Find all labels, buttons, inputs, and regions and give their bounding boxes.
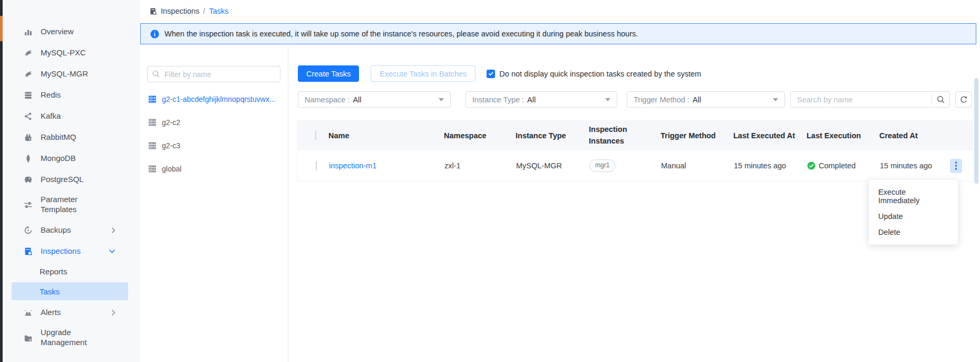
- instance-type-select[interactable]: Instance Type : All: [465, 91, 617, 108]
- trigger-method-select-label: Trigger Method :: [634, 96, 690, 104]
- sidebar-item-label: Alerts: [41, 308, 61, 318]
- row-actions-button[interactable]: [950, 159, 962, 173]
- refresh-button[interactable]: [955, 91, 972, 108]
- create-tasks-button[interactable]: Create Tasks: [298, 65, 359, 82]
- column-header-instance-type: Instance Type: [516, 131, 589, 140]
- tree-item-label: g2-c2: [162, 118, 180, 127]
- task-name-link[interactable]: inspection-m1: [329, 161, 376, 170]
- caret-down-icon: [605, 98, 610, 101]
- alarm-icon: [24, 308, 33, 317]
- layers-icon: [24, 91, 33, 100]
- cell-instance-type: MySQL-MGR: [516, 161, 589, 170]
- leaf-icon: [24, 154, 33, 163]
- namespace-select-label: Namespace :: [305, 96, 350, 104]
- instance-type-select-value: All: [527, 96, 536, 104]
- namespace-select-value: All: [353, 96, 361, 104]
- dot: [955, 168, 957, 170]
- content-area: Inspections / Tasks When the inspection …: [140, 0, 980, 362]
- sidebar-item-mongodb[interactable]: MongoDB: [3, 148, 140, 169]
- cell-created-at: 15 minutes ago: [880, 161, 950, 170]
- menu-item-update[interactable]: Update: [869, 208, 958, 224]
- sidebar-item-parameter-templates[interactable]: Parameter Templates: [3, 190, 140, 220]
- execution-status: Completed: [807, 161, 880, 170]
- vertical-scrollbar-thumb[interactable]: [974, 78, 978, 184]
- sidebar-item-label: MySQL-MGR: [41, 69, 88, 79]
- sidebar-subitem-label: Tasks: [40, 287, 60, 296]
- success-check-icon: [807, 161, 816, 170]
- tasks-table: Name Namespace Instance Type Inspection …: [297, 120, 973, 182]
- sidebar-item-label: Parameter Templates: [41, 195, 105, 215]
- elephant-icon: [24, 175, 33, 184]
- table-header: Name Namespace Instance Type Inspection …: [297, 120, 973, 150]
- chevron-down-icon: [109, 249, 115, 253]
- sliders-icon: [24, 201, 33, 209]
- folder-gear-icon: [24, 334, 33, 342]
- caret-down-icon: [439, 98, 444, 101]
- sidebar-item-label: PostgreSQL: [41, 175, 84, 185]
- breadcrumb-separator: /: [203, 7, 205, 15]
- sidebar-item-mysql-mgr[interactable]: MySQL-MGR: [3, 63, 140, 84]
- column-header-last-execution: Last Execution: [807, 131, 879, 140]
- cell-last-executed-at: 15 minutes ago: [734, 161, 807, 170]
- sidebar-item-overview[interactable]: Overview: [3, 21, 140, 42]
- server-icon: [148, 141, 157, 150]
- sidebar-item-label: MySQL-PXC: [41, 48, 86, 58]
- cell-namespace: zxl-1: [444, 161, 516, 170]
- tree-item-label: g2-c3: [162, 141, 180, 150]
- column-header-inspection-instances: Inspection Instances: [589, 124, 661, 146]
- dolphin-icon: [24, 49, 33, 58]
- sidebar-item-alerts[interactable]: Alerts: [3, 302, 140, 323]
- hide-quick-tasks-checkbox[interactable]: [487, 70, 495, 78]
- sidebar-item-label: Upgrade Management: [41, 328, 105, 348]
- sidebar-item-label: Backups: [41, 225, 71, 235]
- sidebar-item-label: Inspections: [41, 246, 81, 256]
- tree-item[interactable]: g2-c1-abcdefghijklmnopqrstuvwx...: [140, 88, 288, 111]
- dolphin-icon: [24, 70, 33, 79]
- column-header-name: Name: [328, 131, 444, 140]
- sidebar-item-backups[interactable]: Backups: [3, 220, 140, 241]
- sidebar-item-reports[interactable]: Reports: [3, 262, 140, 281]
- menu-item-delete[interactable]: Delete: [869, 224, 958, 240]
- column-header-namespace: Namespace: [444, 131, 516, 140]
- execute-batches-button[interactable]: Execute Tasks in Batches: [371, 65, 476, 82]
- sidebar-item-upgrade-management[interactable]: Upgrade Management: [3, 323, 140, 353]
- toolbar: Create Tasks Execute Tasks in Batches Do…: [298, 65, 701, 82]
- column-header-trigger-method: Trigger Method: [661, 131, 733, 140]
- server-icon: [148, 95, 157, 103]
- tree-filter-input[interactable]: [147, 66, 280, 82]
- select-all-checkbox[interactable]: [315, 131, 316, 140]
- breadcrumb-current[interactable]: Tasks: [209, 7, 228, 15]
- tree-item[interactable]: global: [140, 157, 288, 180]
- breadcrumb: Inspections / Tasks: [149, 3, 228, 19]
- sidebar-item-label: Kafka: [41, 111, 61, 121]
- search-by-name-box: [790, 91, 950, 108]
- row-actions-menu: Execute Immediately Update Delete: [868, 179, 958, 245]
- table-row: inspection-m1 zxl-1 MySQL-MGR mgr1 Manua…: [297, 150, 973, 182]
- sidebar-item-kafka[interactable]: Kafka: [3, 106, 140, 127]
- search-icon[interactable]: [936, 95, 945, 106]
- sidebar-item-rabbitmq[interactable]: RabbitMQ: [3, 127, 140, 148]
- sidebar-item-label: Redis: [41, 90, 61, 100]
- execution-status-text: Completed: [819, 161, 856, 170]
- menu-item-execute-immediately[interactable]: Execute Immediately: [869, 184, 958, 208]
- trigger-method-select[interactable]: Trigger Method : All: [627, 91, 785, 108]
- trigger-method-select-value: All: [693, 96, 701, 104]
- namespace-select[interactable]: Namespace : All: [298, 91, 451, 108]
- server-icon: [148, 118, 157, 127]
- inspection-doc-icon: [149, 7, 157, 15]
- tree-item[interactable]: g2-c3: [140, 134, 288, 157]
- sidebar-item-mysql-pxc[interactable]: MySQL-PXC: [3, 42, 140, 63]
- row-checkbox[interactable]: [316, 161, 317, 170]
- tree-item-label: global: [162, 165, 181, 173]
- tree-item[interactable]: g2-c2: [140, 111, 288, 134]
- cell-trigger-method: Manual: [661, 161, 734, 170]
- sidebar-item-redis[interactable]: Redis: [3, 84, 140, 106]
- tree-item-label: g2-c1-abcdefghijklmnopqrstuvwx...: [162, 95, 276, 103]
- filter-bar: Namespace : All Instance Type : All Trig…: [298, 91, 972, 108]
- sidebar-item-postgresql[interactable]: PostgreSQL: [3, 169, 140, 190]
- search-input[interactable]: [790, 91, 950, 108]
- breadcrumb-section[interactable]: Inspections: [161, 7, 199, 15]
- sidebar-item-tasks[interactable]: Tasks: [12, 282, 128, 300]
- dot: [955, 165, 957, 167]
- sidebar-item-inspections[interactable]: Inspections: [3, 241, 140, 262]
